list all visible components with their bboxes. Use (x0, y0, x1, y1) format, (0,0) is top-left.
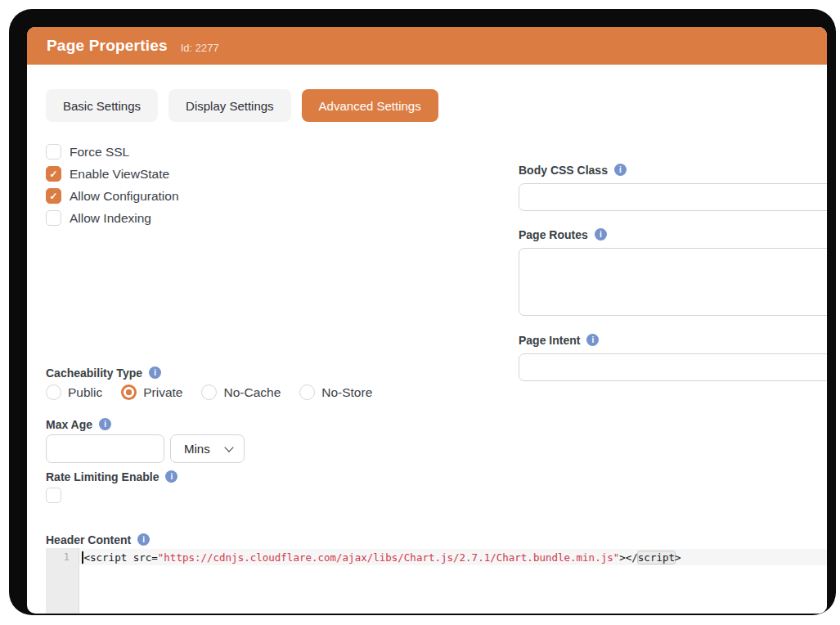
radio-no-store[interactable] (299, 384, 315, 400)
checkmark-icon: ✓ (49, 191, 57, 201)
rate-limiting-label: Rate Limiting Enable (46, 470, 159, 483)
cacheability-radio-group: Public Private No-Cache No-Store (46, 384, 808, 400)
max-age-group: Mins (46, 434, 808, 463)
allow-configuration-label: Allow Configuration (70, 189, 179, 204)
right-column: Body CSS Class i Page Routes i Page Inte… (519, 163, 827, 381)
info-icon[interactable]: i (165, 470, 177, 483)
tab-basic-settings[interactable]: Basic Settings (46, 89, 158, 122)
enable-viewstate-label: Enable ViewState (70, 167, 169, 182)
page-routes-label-row: Page Routes i (519, 227, 827, 241)
tab-advanced-settings[interactable]: Advanced Settings (302, 89, 438, 122)
enable-viewstate-checkbox[interactable]: ✓ (46, 166, 61, 182)
allow-indexing-checkbox[interactable]: ✓ (46, 210, 61, 226)
editor-code-area[interactable]: <script src="https://cdnjs.cloudflare.co… (79, 548, 827, 614)
tab-display-settings[interactable]: Display Settings (168, 89, 291, 122)
max-age-unit-select[interactable]: Mins (170, 434, 245, 463)
info-icon[interactable]: i (586, 334, 599, 346)
text-cursor (82, 551, 83, 564)
page-intent-label-row: Page Intent i (519, 333, 827, 347)
page-intent-label: Page Intent (519, 334, 580, 347)
code-close-bracket: ></ (619, 551, 638, 564)
page-intent-input[interactable] (519, 353, 827, 381)
force-ssl-label: Force SSL (70, 145, 129, 160)
cacheability-option-private[interactable]: Private (121, 384, 182, 400)
force-ssl-checkbox[interactable]: ✓ (46, 144, 61, 160)
max-age-label-row: Max Age i (46, 417, 808, 431)
code-end-bracket: > (675, 551, 681, 564)
checkmark-icon: ✓ (49, 169, 57, 179)
page-id-badge: Id: 2277 (181, 42, 219, 54)
body-css-class-label: Body CSS Class (519, 164, 608, 177)
cacheability-type-label: Cacheability Type (46, 366, 142, 380)
rate-limiting-label-row: Rate Limiting Enable i (46, 470, 808, 483)
body-css-class-label-row: Body CSS Class i (519, 163, 827, 177)
max-age-unit-value: Mins (184, 442, 210, 456)
radio-no-store-label: No-Store (321, 385, 372, 400)
cacheability-option-public[interactable]: Public (46, 384, 102, 400)
radio-no-cache[interactable] (201, 384, 217, 400)
radio-private[interactable] (121, 384, 137, 400)
editor-gutter: 1 (46, 548, 79, 614)
radio-no-cache-label: No-Cache (223, 385, 281, 400)
header-content-code-editor[interactable]: 1 <script src="https://cdnjs.cloudflare.… (46, 548, 827, 614)
page-title: Page Properties (47, 37, 168, 55)
page-routes-label: Page Routes (519, 228, 588, 241)
cacheability-option-no-cache[interactable]: No-Cache (201, 384, 281, 400)
page-routes-textarea[interactable] (519, 248, 827, 316)
header-content-label-row: Header Content i (46, 533, 808, 546)
allow-indexing-label: Allow Indexing (70, 211, 151, 226)
code-tag-open: <script src= (84, 551, 158, 564)
dialog-titlebar: Page Properties Id: 2277 (27, 27, 827, 65)
allow-configuration-checkbox[interactable]: ✓ (46, 188, 61, 204)
info-icon[interactable]: i (149, 366, 161, 379)
code-string-url: "https://cdnjs.cloudflare.com/ajax/libs/… (158, 551, 619, 564)
cacheability-option-no-store[interactable]: No-Store (299, 384, 372, 400)
radio-private-label: Private (143, 385, 182, 400)
info-icon[interactable]: i (137, 533, 150, 546)
body-css-class-input[interactable] (519, 183, 827, 211)
page-properties-dialog: Page Properties Id: 2277 Basic Settings … (27, 27, 827, 614)
line-number: 1 (63, 551, 70, 563)
max-age-label: Max Age (46, 418, 92, 431)
header-content-label: Header Content (46, 533, 131, 546)
code-line-1: <script src="https://cdnjs.cloudflare.co… (79, 549, 827, 565)
radio-public-label: Public (68, 385, 102, 400)
info-icon[interactable]: i (99, 418, 111, 430)
rate-limiting-checkbox[interactable]: ✓ (46, 488, 61, 503)
info-icon[interactable]: i (595, 228, 607, 241)
rate-limiting-row: ✓ (46, 488, 808, 503)
force-ssl-row: ✓ Force SSL (46, 144, 808, 160)
radio-public[interactable] (46, 384, 61, 400)
chevron-down-icon (224, 443, 233, 452)
code-matching-tag: script (638, 551, 675, 564)
info-icon[interactable]: i (614, 164, 627, 176)
window-frame: Page Properties Id: 2277 Basic Settings … (9, 9, 836, 615)
max-age-input[interactable] (46, 434, 164, 463)
settings-tabs: Basic Settings Display Settings Advanced… (46, 89, 808, 122)
dialog-body: Basic Settings Display Settings Advanced… (27, 89, 827, 614)
